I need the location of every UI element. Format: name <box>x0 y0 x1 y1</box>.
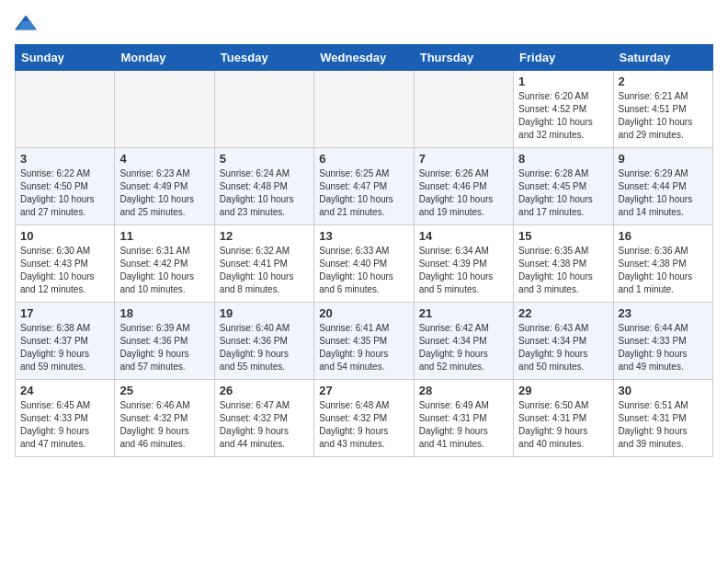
day-info: Sunrise: 6:22 AM Sunset: 4:50 PM Dayligh… <box>20 167 109 219</box>
day-number: 7 <box>419 152 508 166</box>
calendar-cell: 28Sunrise: 6:49 AM Sunset: 4:31 PM Dayli… <box>414 380 513 457</box>
weekday-header-sunday: Sunday <box>16 45 115 71</box>
calendar-cell: 27Sunrise: 6:48 AM Sunset: 4:32 PM Dayli… <box>314 380 414 457</box>
calendar-cell: 1Sunrise: 6:20 AM Sunset: 4:52 PM Daylig… <box>514 71 613 148</box>
day-info: Sunrise: 6:45 AM Sunset: 4:33 PM Dayligh… <box>20 399 109 451</box>
calendar-cell: 12Sunrise: 6:32 AM Sunset: 4:41 PM Dayli… <box>214 225 313 303</box>
day-number: 9 <box>619 152 708 166</box>
calendar-cell: 30Sunrise: 6:51 AM Sunset: 4:31 PM Dayli… <box>613 380 712 457</box>
day-number: 23 <box>619 306 708 320</box>
calendar-cell: 22Sunrise: 6:43 AM Sunset: 4:34 PM Dayli… <box>514 303 613 380</box>
day-info: Sunrise: 6:51 AM Sunset: 4:31 PM Dayligh… <box>619 399 708 451</box>
day-number: 1 <box>518 75 608 88</box>
calendar-cell: 24Sunrise: 6:45 AM Sunset: 4:33 PM Dayli… <box>16 380 115 457</box>
day-number: 21 <box>419 306 508 320</box>
calendar-cell: 15Sunrise: 6:35 AM Sunset: 4:38 PM Dayli… <box>514 225 613 303</box>
day-info: Sunrise: 6:42 AM Sunset: 4:34 PM Dayligh… <box>419 322 508 373</box>
calendar-cell: 2Sunrise: 6:21 AM Sunset: 4:51 PM Daylig… <box>613 71 712 148</box>
day-info: Sunrise: 6:29 AM Sunset: 4:44 PM Dayligh… <box>619 167 708 219</box>
calendar-cell: 20Sunrise: 6:41 AM Sunset: 4:35 PM Dayli… <box>314 303 414 380</box>
day-info: Sunrise: 6:30 AM Sunset: 4:43 PM Dayligh… <box>20 245 109 296</box>
calendar-cell: 26Sunrise: 6:47 AM Sunset: 4:32 PM Dayli… <box>214 380 313 457</box>
day-number: 3 <box>20 152 109 166</box>
day-number: 26 <box>220 384 309 397</box>
day-info: Sunrise: 6:23 AM Sunset: 4:49 PM Dayligh… <box>119 167 209 219</box>
calendar-cell: 6Sunrise: 6:25 AM Sunset: 4:47 PM Daylig… <box>314 148 414 225</box>
day-info: Sunrise: 6:44 AM Sunset: 4:33 PM Dayligh… <box>619 322 708 373</box>
weekday-header-row: SundayMondayTuesdayWednesdayThursdayFrid… <box>16 45 713 71</box>
day-number: 28 <box>419 384 508 397</box>
day-info: Sunrise: 6:39 AM Sunset: 4:36 PM Dayligh… <box>119 322 209 373</box>
day-info: Sunrise: 6:21 AM Sunset: 4:51 PM Dayligh… <box>619 90 708 142</box>
day-number: 20 <box>319 306 408 320</box>
calendar-cell: 8Sunrise: 6:28 AM Sunset: 4:45 PM Daylig… <box>514 148 613 225</box>
day-info: Sunrise: 6:47 AM Sunset: 4:32 PM Dayligh… <box>220 399 309 451</box>
calendar-cell: 9Sunrise: 6:29 AM Sunset: 4:44 PM Daylig… <box>613 148 712 225</box>
day-info: Sunrise: 6:46 AM Sunset: 4:32 PM Dayligh… <box>119 399 209 451</box>
day-info: Sunrise: 6:24 AM Sunset: 4:48 PM Dayligh… <box>220 167 309 219</box>
day-number: 12 <box>220 229 309 243</box>
day-info: Sunrise: 6:49 AM Sunset: 4:31 PM Dayligh… <box>419 399 508 451</box>
calendar-cell: 17Sunrise: 6:38 AM Sunset: 4:37 PM Dayli… <box>16 303 115 380</box>
day-info: Sunrise: 6:34 AM Sunset: 4:39 PM Dayligh… <box>419 245 508 296</box>
calendar-cell: 19Sunrise: 6:40 AM Sunset: 4:36 PM Dayli… <box>214 303 313 380</box>
calendar-cell: 5Sunrise: 6:24 AM Sunset: 4:48 PM Daylig… <box>214 148 313 225</box>
day-info: Sunrise: 6:28 AM Sunset: 4:45 PM Dayligh… <box>518 167 608 219</box>
day-number: 15 <box>518 229 608 243</box>
day-number: 27 <box>319 384 408 397</box>
calendar-cell: 10Sunrise: 6:30 AM Sunset: 4:43 PM Dayli… <box>16 225 115 303</box>
calendar-cell <box>414 71 513 148</box>
calendar-cell: 4Sunrise: 6:23 AM Sunset: 4:49 PM Daylig… <box>115 148 214 225</box>
calendar-cell <box>314 71 414 148</box>
day-number: 4 <box>119 152 209 166</box>
day-number: 30 <box>619 384 708 397</box>
day-number: 19 <box>220 306 309 320</box>
weekday-header-thursday: Thursday <box>414 45 513 71</box>
weekday-header-monday: Monday <box>115 45 214 71</box>
calendar-cell: 18Sunrise: 6:39 AM Sunset: 4:36 PM Dayli… <box>115 303 214 380</box>
calendar-cell <box>115 71 214 148</box>
day-number: 17 <box>20 306 109 320</box>
calendar-week-row: 24Sunrise: 6:45 AM Sunset: 4:33 PM Dayli… <box>16 380 713 457</box>
svg-marker-1 <box>17 21 35 30</box>
day-info: Sunrise: 6:43 AM Sunset: 4:34 PM Dayligh… <box>518 322 608 373</box>
calendar-table: SundayMondayTuesdayWednesdayThursdayFrid… <box>15 44 713 457</box>
day-number: 6 <box>319 152 408 166</box>
day-number: 13 <box>319 229 408 243</box>
day-info: Sunrise: 6:38 AM Sunset: 4:37 PM Dayligh… <box>20 322 109 373</box>
day-number: 25 <box>119 384 209 397</box>
day-number: 14 <box>419 229 508 243</box>
day-number: 29 <box>518 384 608 397</box>
day-info: Sunrise: 6:20 AM Sunset: 4:52 PM Dayligh… <box>518 90 608 142</box>
calendar-cell <box>214 71 313 148</box>
day-info: Sunrise: 6:40 AM Sunset: 4:36 PM Dayligh… <box>220 322 309 373</box>
day-info: Sunrise: 6:32 AM Sunset: 4:41 PM Dayligh… <box>220 245 309 296</box>
weekday-header-saturday: Saturday <box>613 45 712 71</box>
calendar-cell: 7Sunrise: 6:26 AM Sunset: 4:46 PM Daylig… <box>414 148 513 225</box>
day-number: 11 <box>119 229 209 243</box>
day-info: Sunrise: 6:31 AM Sunset: 4:42 PM Dayligh… <box>119 245 209 296</box>
weekday-header-tuesday: Tuesday <box>214 45 313 71</box>
calendar-cell: 29Sunrise: 6:50 AM Sunset: 4:31 PM Dayli… <box>514 380 613 457</box>
day-number: 5 <box>220 152 309 166</box>
day-number: 18 <box>119 306 209 320</box>
day-number: 22 <box>518 306 608 320</box>
calendar-cell <box>16 71 115 148</box>
day-number: 10 <box>20 229 109 243</box>
day-number: 8 <box>518 152 608 166</box>
calendar-week-row: 1Sunrise: 6:20 AM Sunset: 4:52 PM Daylig… <box>16 71 713 148</box>
calendar-week-row: 3Sunrise: 6:22 AM Sunset: 4:50 PM Daylig… <box>16 148 713 225</box>
day-info: Sunrise: 6:33 AM Sunset: 4:40 PM Dayligh… <box>319 245 408 296</box>
calendar-week-row: 17Sunrise: 6:38 AM Sunset: 4:37 PM Dayli… <box>16 303 713 380</box>
calendar-cell: 16Sunrise: 6:36 AM Sunset: 4:38 PM Dayli… <box>613 225 712 303</box>
day-info: Sunrise: 6:50 AM Sunset: 4:31 PM Dayligh… <box>518 399 608 451</box>
weekday-header-wednesday: Wednesday <box>314 45 414 71</box>
day-info: Sunrise: 6:48 AM Sunset: 4:32 PM Dayligh… <box>319 399 408 451</box>
day-number: 2 <box>619 75 708 88</box>
calendar-cell: 21Sunrise: 6:42 AM Sunset: 4:34 PM Dayli… <box>414 303 513 380</box>
page-header <box>15 15 713 33</box>
logo-icon <box>15 15 37 33</box>
day-info: Sunrise: 6:35 AM Sunset: 4:38 PM Dayligh… <box>518 245 608 296</box>
calendar-cell: 14Sunrise: 6:34 AM Sunset: 4:39 PM Dayli… <box>414 225 513 303</box>
calendar-cell: 13Sunrise: 6:33 AM Sunset: 4:40 PM Dayli… <box>314 225 414 303</box>
